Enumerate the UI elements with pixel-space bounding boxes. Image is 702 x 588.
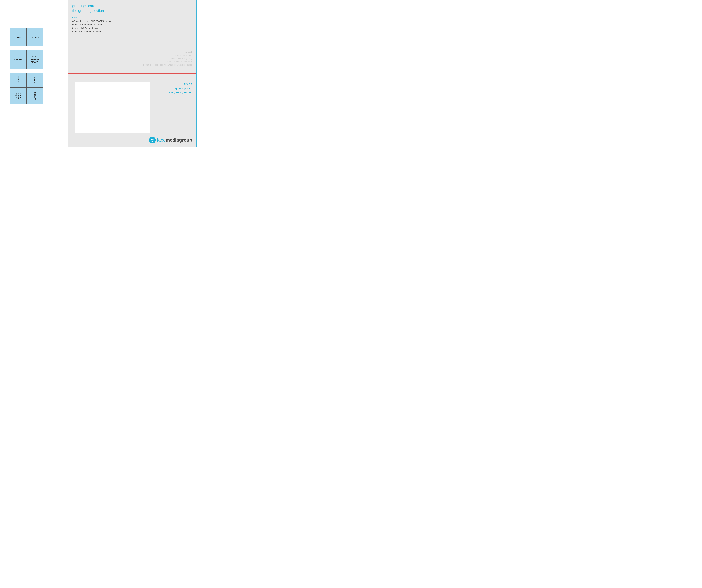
card-back-3-label: BACK (33, 77, 36, 83)
logo-face: face (157, 137, 166, 143)
size-line1: A6 greetings card LANDSCAPE template (72, 20, 192, 23)
card-back-4: BACKINSIDETEXT (10, 88, 26, 104)
inside-subtitle2: the greeting section (169, 91, 192, 95)
card-back-1: BACK (10, 28, 26, 46)
card-front-1: FRONT (26, 28, 43, 46)
title-line1: greetings card (72, 4, 192, 8)
artwork-note: artwork ideally a GREETING should be the… (143, 51, 192, 66)
card-front-4-label: FRONT (33, 92, 36, 100)
logo-icon (149, 137, 156, 143)
right-top-content: greetings card the greeting section size… (68, 0, 196, 37)
inside-box (75, 82, 150, 133)
size-line3: trim size 148.5mm x 210mm (72, 27, 192, 30)
size-line4: folded size 148.5mm x 105mm (72, 30, 192, 33)
right-top: greetings card the greeting section size… (68, 0, 196, 74)
card-back-2-label: BACKINSIDETEXT (30, 55, 39, 64)
artwork-line1: ideally a GREETING (174, 54, 192, 56)
inside-subtitle1: greetings card (169, 87, 192, 91)
inside-label: INSIDE (169, 83, 192, 87)
right-panel: greetings card the greeting section size… (68, 0, 197, 147)
card-group-1: BACK FRONT (10, 28, 63, 46)
logo-area: facemediagroup (149, 137, 192, 143)
card-back-2: BACKINSIDETEXT (26, 49, 43, 69)
card-back-3: BACK (26, 73, 43, 88)
card-front-1-label: FRONT (30, 36, 39, 39)
inside-text: INSIDE greetings card the greeting secti… (169, 83, 192, 95)
logo-text: facemediagroup (157, 137, 192, 143)
artwork-label: artwork (185, 51, 192, 53)
svg-point-2 (153, 139, 153, 140)
size-line2: canvas size 152.5mm x 214mm (72, 23, 192, 27)
title-line2: the greeting section (72, 8, 192, 13)
svg-point-1 (151, 139, 152, 140)
right-bottom: INSIDE greetings card the greeting secti… (68, 74, 196, 147)
size-label: size (72, 16, 192, 19)
logo-media: mediagroup (166, 137, 192, 143)
card-group-4: BACKINSIDETEXT FRONT (10, 88, 63, 104)
card-group-2: FRONT BACKINSIDETEXT (10, 49, 63, 69)
card-front-3: FRONT (10, 73, 26, 88)
size-details: A6 greetings card LANDSCAPE template can… (72, 20, 192, 33)
artwork-line4: IF that is so, then keep type within the… (143, 64, 192, 66)
left-panel: BACK FRONT FRONT BACKINSIDETEXT FR (0, 0, 63, 147)
card-front-2: FRONT (10, 49, 26, 69)
artwork-line3: to be printed inside this card. (167, 60, 192, 63)
card-front-4: FRONT (26, 88, 43, 104)
card-group-3: FRONT BACK (10, 73, 63, 88)
card-title: greetings card the greeting section (72, 4, 192, 13)
artwork-line2: should be the only thing (171, 57, 192, 59)
